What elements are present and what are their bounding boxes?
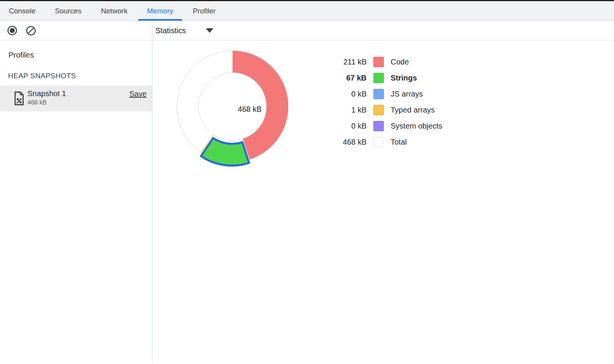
legend-label: Strings xyxy=(391,74,417,82)
record-heap-snapshot-button[interactable] xyxy=(7,25,18,36)
view-mode-label: Statistics xyxy=(155,26,186,35)
tab-memory[interactable]: Memory xyxy=(138,1,182,21)
legend-value: 0 kB xyxy=(328,90,367,98)
toolbar-right-group: Statistics xyxy=(152,21,213,40)
view-mode-dropdown[interactable]: Statistics xyxy=(155,26,213,35)
legend-label: JS arrays xyxy=(391,90,423,98)
chevron-down-icon xyxy=(206,28,213,33)
total-color-swatch xyxy=(373,137,384,147)
save-snapshot-link[interactable]: Save xyxy=(129,90,147,98)
toolbar-left-group xyxy=(0,21,152,40)
legend-label: Code xyxy=(391,58,409,66)
active-tab-underline xyxy=(138,19,182,21)
memory-toolbar: Statistics xyxy=(0,21,614,40)
donut-center-total: 468 kB xyxy=(225,104,275,114)
legend-row-typed-arrays[interactable]: 1 kBTyped arrays xyxy=(328,102,443,118)
legend-value: 468 kB xyxy=(328,138,367,147)
legend-label: Total xyxy=(391,138,407,147)
legend-row-js-arrays[interactable]: 0 kBJS arrays xyxy=(328,86,443,102)
statistics-view: 468 kB 211 kBCode67 kBStrings0 kBJS arra… xyxy=(152,41,614,364)
legend-row-strings[interactable]: 67 kBStrings xyxy=(328,70,443,86)
record-icon xyxy=(7,25,18,36)
snapshot-list-item[interactable]: Snapshot 1 468 kB Save xyxy=(0,85,152,111)
system-objects-color-swatch xyxy=(373,121,384,131)
js-arrays-color-swatch xyxy=(373,89,384,99)
legend-label: System objects xyxy=(391,122,443,130)
devtools-window: ConsoleSourcesNetworkMemoryProfiler Stat… xyxy=(0,0,614,364)
legend-value: 1 kB xyxy=(328,106,367,114)
tab-network[interactable]: Network xyxy=(92,1,136,21)
legend-value: 211 kB xyxy=(328,58,367,66)
legend-value: 67 kB xyxy=(328,74,367,82)
chart-legend: 211 kBCode67 kBStrings0 kBJS arrays1 kBT… xyxy=(328,54,443,150)
snapshot-name: Snapshot 1 xyxy=(27,89,66,98)
legend-label: Typed arrays xyxy=(391,106,435,114)
clear-icon xyxy=(26,25,36,36)
strings-color-swatch xyxy=(373,73,384,83)
legend-row-total[interactable]: 468 kBTotal xyxy=(328,134,443,150)
tab-profiler[interactable]: Profiler xyxy=(184,1,225,21)
typed-arrays-color-swatch xyxy=(373,105,384,115)
legend-row-code[interactable]: 211 kBCode xyxy=(328,54,443,70)
heap-donut-chart: 468 kB xyxy=(170,43,296,169)
panel-tabbar: ConsoleSourcesNetworkMemoryProfiler xyxy=(0,1,614,21)
tab-sources[interactable]: Sources xyxy=(46,1,90,21)
clear-profiles-button[interactable] xyxy=(26,25,36,36)
legend-row-system-objects[interactable]: 0 kBSystem objects xyxy=(328,118,443,134)
profiles-title: Profiles xyxy=(8,51,34,60)
heap-snapshot-icon xyxy=(14,91,24,106)
code-color-swatch xyxy=(373,57,384,67)
snapshot-size: 468 kB xyxy=(27,99,47,106)
legend-value: 0 kB xyxy=(328,122,367,130)
heap-snapshots-section-title: HEAP SNAPSHOTS xyxy=(8,72,76,80)
tab-console[interactable]: Console xyxy=(0,1,44,21)
profiles-sidebar: Profiles HEAP SNAPSHOTS Snapshot 1 468 k… xyxy=(0,40,152,364)
